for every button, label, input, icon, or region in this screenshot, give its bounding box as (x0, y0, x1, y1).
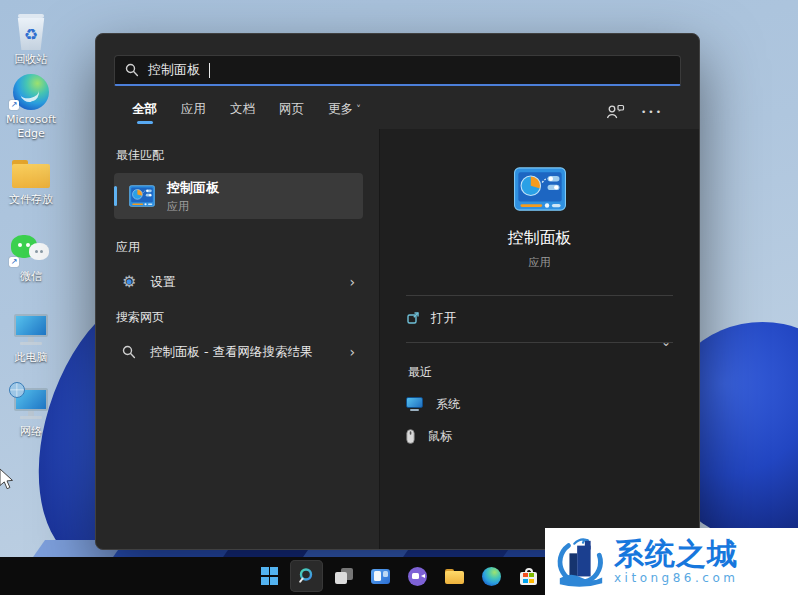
best-match-header: 最佳匹配 (116, 147, 363, 164)
globe-icon (9, 382, 25, 398)
desktop-icon-label: 回收站 (2, 53, 60, 67)
result-label: 控制面板 - 查看网络搜索结果 (150, 344, 312, 361)
watermark-url: xitong86.com (614, 571, 738, 585)
desktop-icon-recycle-bin[interactable]: ♻ 回收站 (2, 10, 60, 67)
open-external-icon (406, 311, 420, 325)
chevron-right-icon: › (349, 274, 355, 290)
preview-title: 控制面板 (406, 228, 673, 249)
watermark: 系统之城 xitong86.com (545, 528, 798, 595)
result-web-search[interactable]: 控制面板 - 查看网络搜索结果 › (114, 335, 363, 369)
tab-all[interactable]: 全部 (132, 101, 157, 129)
tab-apps[interactable]: 应用 (181, 101, 206, 129)
preview-pane: 控制面板 应用 打开 ⌄ 最近 系统 (379, 129, 699, 549)
search-panel: 控制面板 全部 应用 文档 网页 更多˅ ••• (95, 33, 700, 550)
open-label: 打开 (431, 310, 456, 327)
open-action[interactable]: 打开 (406, 296, 673, 340)
recent-item-system[interactable]: 系统 (406, 390, 673, 418)
search-filter-tabs: 全部 应用 文档 网页 更多˅ ••• (114, 86, 681, 129)
result-subtitle: 应用 (167, 199, 219, 214)
chevron-right-icon: › (349, 344, 355, 360)
search-query-text: 控制面板 (148, 61, 200, 79)
folder-icon (2, 150, 60, 190)
recent-label: 系统 (436, 396, 460, 413)
wechat-icon: ↗ (2, 227, 60, 267)
recent-header: 最近 (408, 364, 673, 381)
desktop-icon-label: 文件存放 (2, 193, 60, 207)
more-options-icon[interactable]: ••• (641, 107, 663, 117)
result-settings[interactable]: ⚙ 设置 › (114, 265, 363, 299)
watermark-title: 系统之城 (614, 538, 738, 570)
shortcut-arrow-icon: ↗ (9, 100, 19, 110)
chat-icon (408, 567, 427, 586)
file-explorer-icon (445, 569, 464, 584)
recent-item-mouse[interactable]: 鼠标 (406, 422, 673, 450)
desktop-icon-folder[interactable]: 文件存放 (2, 150, 60, 207)
edge-button[interactable] (475, 560, 508, 592)
result-title: 控制面板 (167, 179, 219, 197)
desktop-icon-edge[interactable]: ↗ Microsoft Edge (2, 70, 60, 141)
store-button[interactable] (512, 560, 545, 592)
desktop-icon-label: Microsoft Edge (2, 113, 60, 141)
desktop-icon-label: 微信 (2, 270, 60, 284)
shortcut-arrow-icon: ↗ (9, 257, 19, 267)
recycle-bin-icon: ♻ (2, 10, 60, 50)
widgets-button[interactable] (364, 560, 397, 592)
desktop-icon-network[interactable]: 网络 (2, 382, 60, 439)
system-monitor-icon (406, 397, 423, 412)
gear-icon: ⚙ (122, 274, 136, 290)
search-icon (122, 345, 136, 359)
result-best-match-control-panel[interactable]: 控制面板 应用 (114, 173, 363, 219)
start-button[interactable] (253, 560, 286, 592)
account-icon[interactable] (606, 104, 625, 119)
expand-chevron-down-icon[interactable]: ⌄ (406, 336, 671, 348)
desktop-icon-this-pc[interactable]: 此电脑 (2, 308, 60, 365)
task-view-button[interactable] (327, 560, 360, 592)
desktop-icon-label: 网络 (2, 425, 60, 439)
edge-icon: ↗ (2, 70, 60, 110)
store-icon (520, 568, 537, 585)
windows-logo-icon (261, 567, 279, 585)
apps-header: 应用 (116, 239, 363, 256)
tab-more[interactable]: 更多˅ (328, 101, 361, 129)
watermark-logo-icon (555, 535, 607, 589)
task-view-icon (335, 568, 353, 584)
control-panel-icon-large (406, 167, 673, 211)
search-icon (125, 63, 139, 77)
chevron-down-icon: ˅ (356, 104, 361, 115)
this-pc-icon (2, 308, 60, 348)
file-explorer-button[interactable] (438, 560, 471, 592)
tab-web[interactable]: 网页 (279, 101, 304, 129)
tab-documents[interactable]: 文档 (230, 101, 255, 129)
result-label: 设置 (150, 274, 175, 291)
control-panel-icon (129, 185, 155, 207)
edge-icon (482, 567, 501, 586)
mouse-cursor (0, 468, 15, 491)
widgets-icon (371, 569, 390, 584)
network-icon (2, 382, 60, 422)
desktop-icon-label: 此电脑 (2, 351, 60, 365)
search-results-column: 最佳匹配 控制面板 应用 应用 ⚙ 设置 › 搜索网页 (96, 129, 379, 549)
preview-subtitle: 应用 (406, 255, 673, 270)
search-icon (298, 567, 316, 585)
chat-button[interactable] (401, 560, 434, 592)
desktop-icon-wechat[interactable]: ↗ 微信 (2, 227, 60, 284)
taskbar-search-button[interactable] (290, 560, 323, 592)
mouse-icon (406, 429, 415, 444)
text-caret (209, 63, 210, 78)
recent-label: 鼠标 (428, 428, 452, 445)
search-input[interactable]: 控制面板 (114, 55, 681, 86)
web-search-header: 搜索网页 (116, 309, 363, 326)
desktop-screen: ♻ 回收站 ↗ Microsoft Edge 文件存放 ↗ 微信 此电脑 (0, 0, 798, 595)
